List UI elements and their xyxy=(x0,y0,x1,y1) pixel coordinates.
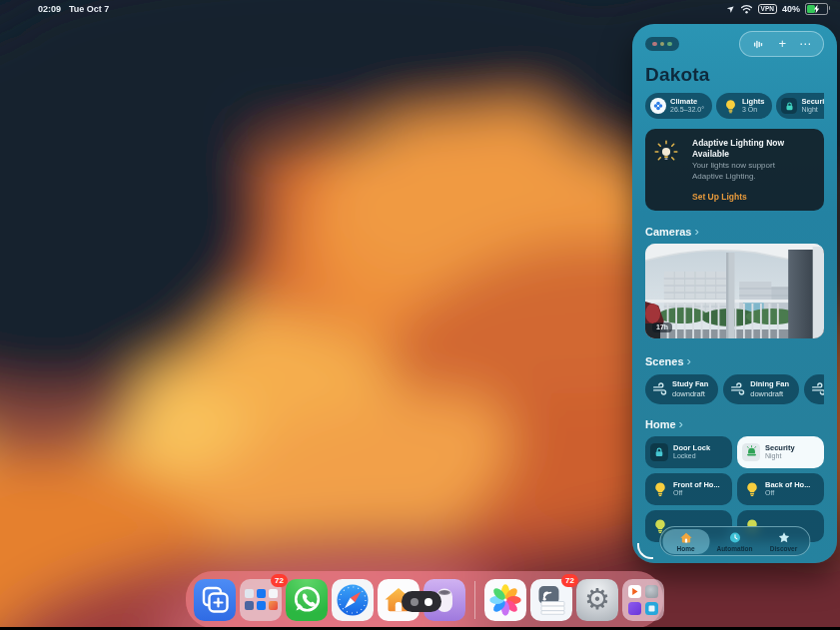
whatsapp-app-icon[interactable] xyxy=(286,579,328,621)
chevron-right-icon: › xyxy=(679,417,683,430)
location-icon: ➤ xyxy=(726,3,736,13)
clock-icon xyxy=(728,531,741,544)
tab-automation[interactable]: Automation xyxy=(711,529,758,554)
vpn-badge: VPN xyxy=(758,4,777,14)
wind-icon xyxy=(811,381,824,396)
tab-discover[interactable]: Discover xyxy=(760,529,807,554)
ipad-screen: 02:09 Tue Oct 7 ➤ VPN 40% xyxy=(0,0,840,630)
climate-pill[interactable]: Climate26.5–32.0° xyxy=(645,93,712,119)
app-icon-blue-add-squares[interactable] xyxy=(194,579,236,621)
chevron-right-icon: › xyxy=(687,354,691,367)
camera-snapshot[interactable]: 17h xyxy=(645,244,824,338)
chevron-right-icon: › xyxy=(694,225,698,238)
window-dot-green xyxy=(667,42,672,47)
notification-badge: 72 xyxy=(271,574,288,587)
home-title: Dakota xyxy=(645,64,824,86)
adaptive-lighting-icon xyxy=(654,140,678,164)
intercom-icon[interactable] xyxy=(752,38,765,51)
set-up-lights-button[interactable]: Set Up Lights xyxy=(692,192,814,202)
add-button[interactable]: + xyxy=(778,37,786,50)
security-pill[interactable]: SecurityNight xyxy=(776,93,824,119)
photos-app-icon[interactable] xyxy=(484,579,526,621)
notice-line2: Adaptive Lighting. xyxy=(692,172,756,181)
lightbulb-icon xyxy=(744,481,760,497)
scenes-row: Study Fandowndraft Dining Fandowndraft xyxy=(645,374,824,404)
header-actions: + ⋯ xyxy=(739,31,824,57)
adaptive-lighting-card: Adaptive Lighting Now Available Your lig… xyxy=(645,129,824,211)
wind-icon xyxy=(652,381,667,396)
more-button[interactable]: ⋯ xyxy=(799,38,811,50)
security-tile[interactable]: SecurityNight xyxy=(737,436,824,468)
add-squares-glyph xyxy=(194,579,236,621)
back-lights-tile[interactable]: Back of Ho...Off xyxy=(737,473,824,505)
home-app-tab-bar: Home Automation Discover xyxy=(659,526,810,556)
panel-corner-handle[interactable] xyxy=(637,543,653,559)
wifi-icon xyxy=(740,4,753,14)
battery-percent: 40% xyxy=(782,4,800,14)
climate-fan-icon xyxy=(652,100,664,112)
notification-badge: 72 xyxy=(561,574,578,587)
scenes-section-header[interactable]: Scenes › xyxy=(645,355,824,367)
scene-dining-fan[interactable]: Dining Fandowndraft xyxy=(723,374,799,404)
page-dot-active xyxy=(424,598,432,606)
home-section-header[interactable]: Home › xyxy=(645,418,824,430)
settings-app-icon[interactable]: ⚙ xyxy=(576,579,618,621)
scene-study-fan[interactable]: Study Fandowndraft xyxy=(645,374,718,404)
window-controls[interactable] xyxy=(645,37,679,52)
dock-divider xyxy=(474,581,475,619)
rss-reader-app-icon[interactable]: 72 xyxy=(530,579,572,621)
camera-age-badge: 17h xyxy=(652,322,672,332)
siren-icon xyxy=(745,445,758,458)
utilities-folder[interactable] xyxy=(622,579,664,621)
home-app-panel: + ⋯ Dakota Climate26.5–32.0° Lights3 On … xyxy=(632,24,837,563)
notice-title: Adaptive Lighting Now Available xyxy=(692,138,814,159)
whatsapp-glyph xyxy=(286,579,328,621)
folder-mini-icons xyxy=(245,589,278,610)
camera-image xyxy=(645,244,824,338)
lock-icon xyxy=(784,101,795,112)
lock-icon xyxy=(653,446,665,458)
door-lock-tile[interactable]: Door LockLocked xyxy=(645,436,732,468)
window-dot-red xyxy=(652,42,657,47)
compass-glyph xyxy=(332,579,374,621)
social-apps-folder[interactable]: 72 xyxy=(240,579,282,621)
lightbulb-icon xyxy=(723,99,738,114)
front-lights-tile[interactable]: Front of Ho...Off xyxy=(645,473,732,505)
wind-icon xyxy=(730,381,745,396)
star-icon xyxy=(777,531,790,544)
scene-partial[interactable] xyxy=(804,374,824,404)
gear-icon: ⚙ xyxy=(584,585,610,614)
clock-time: 02:09 xyxy=(38,4,61,14)
cameras-section-header[interactable]: Cameras › xyxy=(645,226,824,238)
folder-mini-icons xyxy=(628,585,658,615)
clock-date: Tue Oct 7 xyxy=(69,4,109,14)
safari-app-icon[interactable] xyxy=(332,579,374,621)
page-indicator-pill[interactable] xyxy=(402,591,441,612)
page-dot-inactive xyxy=(411,598,419,606)
lights-pill[interactable]: Lights3 On xyxy=(716,93,773,119)
battery-icon xyxy=(805,3,828,15)
photos-flower-glyph xyxy=(484,579,526,621)
status-pills-row: Climate26.5–32.0° Lights3 On SecurityNig… xyxy=(645,93,824,119)
lightbulb-icon xyxy=(652,481,668,497)
window-dot-yellow xyxy=(660,42,665,47)
notice-line1: Your lights now support xyxy=(692,161,775,170)
house-icon xyxy=(679,531,692,544)
status-bar: 02:09 Tue Oct 7 ➤ VPN 40% xyxy=(0,0,840,17)
tab-home[interactable]: Home xyxy=(662,529,709,554)
